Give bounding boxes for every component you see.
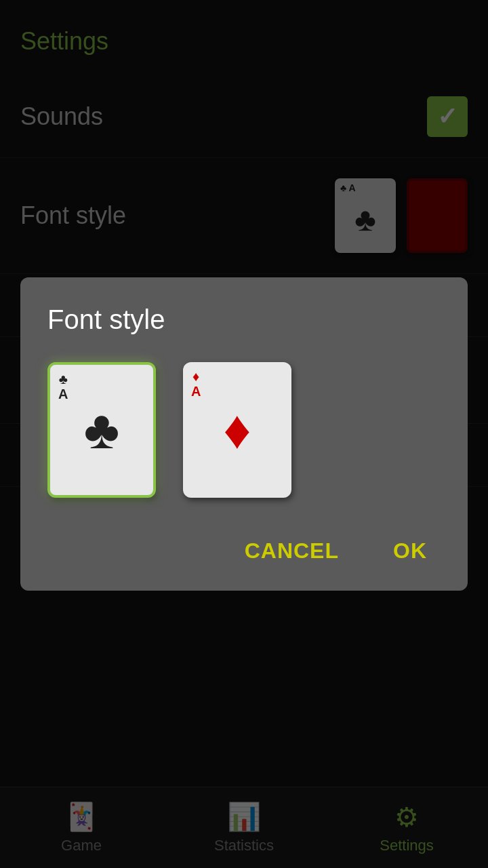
font-style-cards-row: ♣ A ♣ ♦ A ♦ — [47, 362, 441, 498]
card2-symbol: ♦ — [224, 403, 251, 457]
card1-symbol: ♣ — [84, 403, 120, 457]
font-style-option-diamonds[interactable]: ♦ A ♦ — [183, 362, 291, 498]
font-style-dialog: Font style ♣ A ♣ ♦ A ♦ — [20, 277, 468, 591]
dialog-title: Font style — [47, 304, 441, 335]
ok-button[interactable]: OK — [380, 532, 441, 570]
cancel-button[interactable]: CANCEL — [231, 532, 352, 570]
card2-corner: ♦ A — [191, 369, 201, 399]
card1-corner: ♣ A — [58, 372, 68, 401]
font-style-option-clubs[interactable]: ♣ A ♣ — [47, 362, 156, 498]
settings-page: Settings Sounds Font style ♣ A ♣ C R S P… — [0, 0, 488, 868]
dialog-overlay: Font style ♣ A ♣ ♦ A ♦ — [0, 0, 488, 868]
dialog-buttons-row: CANCEL OK — [47, 532, 441, 570]
